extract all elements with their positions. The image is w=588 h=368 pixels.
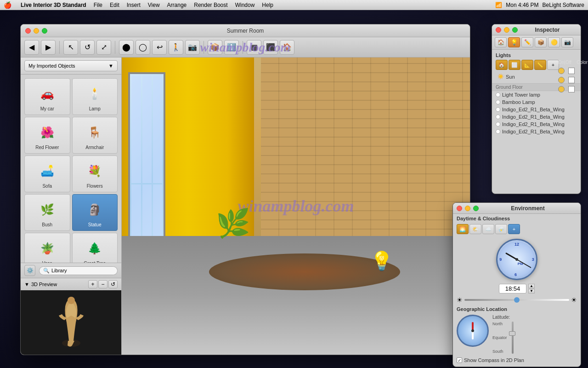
inspector-tab-house[interactable]: 🏠 <box>495 37 507 47</box>
select-tool[interactable]: ↖ <box>63 40 78 55</box>
time-decrement-button[interactable]: ▼ <box>528 289 535 293</box>
daytime-btn-cloudy[interactable]: ☁️ <box>482 224 494 234</box>
object-red-flower[interactable]: 🌺 Red Flower <box>24 117 70 154</box>
back-button[interactable]: ◀ <box>24 40 39 55</box>
maximize-button[interactable] <box>42 28 47 34</box>
wall-tool[interactable]: ⬤ <box>119 40 134 55</box>
room-tool[interactable]: ◯ <box>136 40 150 55</box>
inspector-maximize-button[interactable] <box>512 27 518 33</box>
forward-button[interactable]: ▶ <box>41 40 56 55</box>
inspector-close-button[interactable] <box>496 27 501 33</box>
time-increment-button[interactable]: ▲ <box>528 284 535 288</box>
daytime-btn-sunrise[interactable]: 🌅 <box>457 224 469 234</box>
clock-9-label: 9 <box>499 257 502 262</box>
bamboo-lamp-label: Bamboo Lamp <box>502 99 535 105</box>
objects-dropdown[interactable]: My Imported Objects ▼ <box>24 60 118 71</box>
inspector-tab-light[interactable]: 💡 <box>508 37 520 47</box>
color-swatch-2[interactable] <box>568 77 575 83</box>
lat-slider-thumb[interactable] <box>509 331 515 336</box>
object-lamp[interactable]: 🕯️ Lamp <box>72 78 118 115</box>
lamp-label: Lamp <box>89 106 101 111</box>
zoom-in-button[interactable]: + <box>88 280 97 288</box>
north-label: North <box>492 322 507 326</box>
brightness-thumb[interactable] <box>514 297 520 303</box>
traffic-lights <box>25 28 47 34</box>
menu-file[interactable]: File <box>94 2 102 8</box>
color-swatch-3[interactable] <box>568 86 575 92</box>
indigo-wing-3[interactable]: Indigo_Ed2_R1_Beta_Wing <box>492 121 581 128</box>
lights-btn-1[interactable]: 🏠 <box>496 60 508 70</box>
object-flowers[interactable]: 💐 Flowers <box>72 155 118 192</box>
south-label: South <box>492 349 507 354</box>
bush-label: Bush <box>42 222 52 227</box>
inspector-tab-camera[interactable]: 📷 <box>561 37 573 47</box>
lights-btn-2[interactable]: ⬜ <box>509 60 520 70</box>
daytime-add-btn[interactable]: + <box>508 224 520 234</box>
preview-header[interactable]: ▼ 3D Preview + − ↺ <box>21 278 121 290</box>
menu-render-boost[interactable]: Render Boost <box>194 2 227 8</box>
on-indicator-2[interactable] <box>558 77 565 83</box>
time-input[interactable] <box>499 284 526 293</box>
inspector-toolbar: 🏠 💡 ✏️ 📦 🟡 📷 <box>492 35 581 50</box>
zoom-out-button[interactable]: − <box>98 280 107 288</box>
indigo-wing-1[interactable]: Indigo_Ed2_R1_Beta_Wing <box>492 106 581 113</box>
object-great-tree[interactable]: 🌲 Great Tree <box>72 233 118 263</box>
lights-btn-4[interactable]: 📏 <box>534 60 546 70</box>
lights-add-btn[interactable]: + <box>547 60 559 70</box>
close-button[interactable] <box>25 28 31 34</box>
inspector-tab-object[interactable]: 📦 <box>535 37 547 47</box>
onoff-rows <box>558 68 575 92</box>
menu-help[interactable]: Help <box>262 2 273 8</box>
zoom-reset-button[interactable]: ↺ <box>108 280 118 288</box>
daytime-btn-storm[interactable]: ⛈️ <box>495 224 507 234</box>
object-vase[interactable]: 🪴 Vase <box>24 233 70 263</box>
menu-insert[interactable]: Insert <box>127 2 141 8</box>
inspector-tab-edit[interactable]: ✏️ <box>521 37 533 47</box>
show-compass-checkbox[interactable]: ✓ <box>457 357 462 363</box>
env-minimize-button[interactable] <box>465 206 470 211</box>
search-icon: 🔍 <box>43 268 50 274</box>
daytime-btn-partly[interactable]: 🌤️ <box>469 224 481 234</box>
figure-tool[interactable]: 🚶 <box>169 40 183 55</box>
minimize-button[interactable] <box>34 28 39 34</box>
move-tool[interactable]: ⤢ <box>96 40 111 55</box>
bamboo-lamp[interactable]: Bamboo Lamp <box>492 98 581 106</box>
door-tool[interactable]: ↩ <box>152 40 167 55</box>
on-indicator-3[interactable] <box>558 86 565 92</box>
indigo-wing-2[interactable]: Indigo_Ed2_R1_Beta_Wing <box>492 113 581 121</box>
gear-button[interactable]: ⚙️ <box>24 265 35 276</box>
compass-center <box>471 329 474 332</box>
lights-btn-3[interactable]: 📐 <box>521 60 533 70</box>
lat-labels: North Equator South <box>492 322 507 354</box>
apple-menu[interactable]: 🍎 <box>4 1 11 9</box>
rotate-tool[interactable]: ↺ <box>80 40 95 55</box>
object-sofa[interactable]: 🛋️ Sofa <box>24 155 70 192</box>
flowers-label: Flowers <box>87 184 103 189</box>
camera-tool[interactable]: 📷 <box>185 40 200 55</box>
brightness-high-icon: ☀ <box>571 296 577 304</box>
brand-display: BeLight Software <box>543 2 584 8</box>
brightness-slider[interactable] <box>464 299 569 301</box>
menu-edit[interactable]: Edit <box>110 2 119 8</box>
on-indicator-1[interactable] <box>558 68 565 74</box>
object-armchair[interactable]: 🪑 Armchair <box>72 117 118 154</box>
inspector-tab-material[interactable]: 🟡 <box>548 37 560 47</box>
indigo-wing-4[interactable]: Indigo_Ed2_R1_Beta_Wing <box>492 128 581 135</box>
light-dot-3 <box>496 107 500 112</box>
show-compass-label: Show Compass in 2D Plan <box>464 357 524 363</box>
object-bush[interactable]: 🌿 Bush <box>24 194 70 231</box>
env-close-button[interactable] <box>457 206 462 211</box>
object-my-car[interactable]: 🚗 My car <box>24 78 70 115</box>
lamp-thumbnail: 🕯️ <box>81 82 108 105</box>
app-name[interactable]: Live Interior 3D Standard <box>21 2 86 8</box>
color-swatch-1[interactable] <box>568 68 575 74</box>
search-bar[interactable]: 🔍 Library <box>39 266 118 275</box>
menu-arrange[interactable]: Arrange <box>167 2 187 8</box>
window-title: Summer Room <box>227 28 264 34</box>
menu-view[interactable]: View <box>148 2 160 8</box>
object-statue[interactable]: 🗿 Statue <box>72 194 118 231</box>
lat-slider[interactable] <box>509 322 516 354</box>
env-maximize-button[interactable] <box>473 206 479 211</box>
menu-window[interactable]: Window <box>235 2 255 8</box>
inspector-minimize-button[interactable] <box>504 27 509 33</box>
